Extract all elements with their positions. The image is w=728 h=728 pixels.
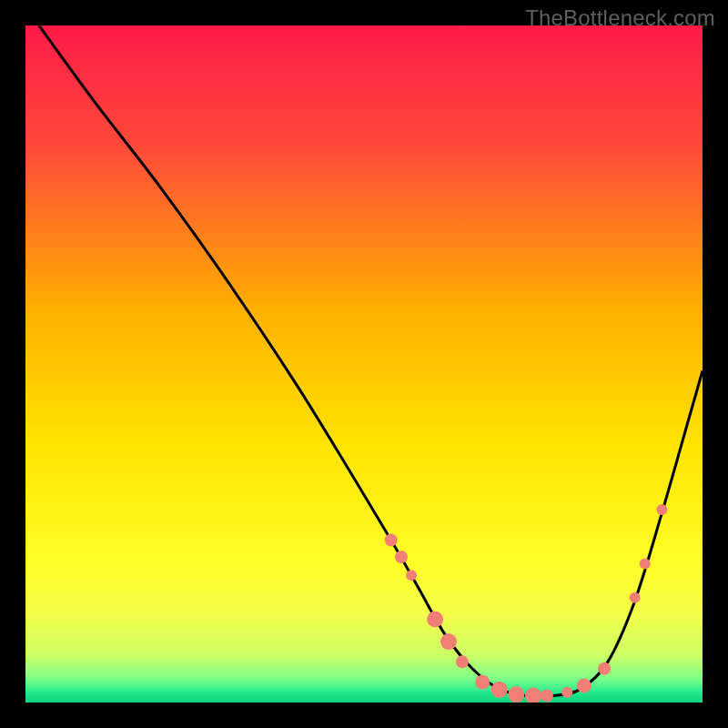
plot-area	[25, 25, 703, 703]
chart-stage: TheBottleneck.com	[0, 0, 728, 728]
background-gradient	[25, 25, 703, 703]
svg-rect-0	[25, 25, 703, 703]
watermark-text: TheBottleneck.com	[525, 5, 715, 31]
